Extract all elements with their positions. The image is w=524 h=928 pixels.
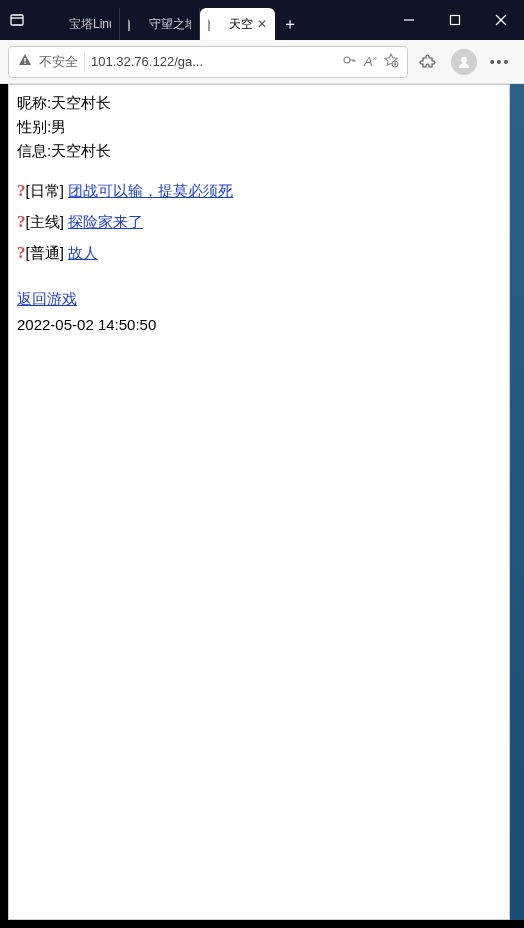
tab-baota[interactable]: 宝塔Linu	[40, 8, 120, 40]
url-text: 101.32.76.122/ga...	[91, 54, 336, 69]
gender-value: 男	[51, 118, 66, 135]
nickname-label: 昵称:	[17, 94, 51, 111]
warning-icon	[17, 52, 33, 71]
address-bar: 不安全 101.32.76.122/ga... A» •••	[0, 40, 524, 84]
quest-line-daily: ?[日常] 团战可以输，提莫必须死	[17, 177, 501, 204]
quest-category: [普通]	[26, 244, 64, 261]
url-box[interactable]: 不安全 101.32.76.122/ga... A»	[8, 46, 408, 78]
background-sidebar	[510, 84, 524, 920]
minimize-button[interactable]	[386, 4, 432, 36]
tab-tiankong[interactable]: 天空 ✕	[200, 8, 275, 40]
quest-link[interactable]: 故人	[68, 244, 98, 261]
document-icon	[128, 16, 144, 32]
close-window-button[interactable]	[478, 4, 524, 36]
window-controls	[386, 0, 524, 40]
svg-rect-6	[24, 58, 25, 62]
tab-title: 守望之地	[149, 16, 191, 33]
maximize-icon	[449, 14, 461, 26]
close-icon	[495, 14, 507, 26]
svg-rect-0	[11, 15, 23, 25]
info-line: 信息:天空村长	[17, 139, 501, 163]
tab-title: 宝塔Linu	[69, 16, 111, 33]
avatar-icon	[451, 49, 477, 75]
nickname-line: 昵称:天空村长	[17, 91, 501, 115]
document-icon	[208, 16, 224, 32]
quest-list: ?[日常] 团战可以输，提莫必须死 ?[主线] 探险家来了 ?[普通] 故人	[17, 177, 501, 267]
read-aloud-icon[interactable]: A»	[364, 54, 377, 69]
extensions-button[interactable]	[412, 46, 444, 78]
svg-point-15	[461, 57, 467, 63]
menu-button[interactable]: •••	[484, 46, 516, 78]
quest-category: [日常]	[26, 182, 64, 199]
quest-mark-icon: ?	[17, 181, 26, 200]
tab-actions-icon	[9, 12, 25, 28]
page-footer: 返回游戏 2022-05-02 14:50:50	[17, 287, 501, 337]
plus-icon: ＋	[282, 14, 298, 35]
tab-shouwang[interactable]: 守望之地	[120, 8, 200, 40]
key-icon[interactable]	[342, 52, 358, 71]
tab-title: 天空	[229, 16, 253, 33]
gender-line: 性别:男	[17, 115, 501, 139]
info-label: 信息:	[17, 142, 51, 159]
info-value: 天空村长	[51, 142, 111, 159]
svg-point-8	[344, 57, 350, 63]
separator	[84, 53, 85, 71]
window-titlebar: 宝塔Linu 守望之地 天空 ✕ ＋	[0, 0, 524, 40]
quest-link[interactable]: 团战可以输，提莫必须死	[68, 182, 233, 199]
new-tab-button[interactable]: ＋	[275, 8, 305, 40]
close-tab-button[interactable]: ✕	[257, 17, 267, 31]
timestamp: 2022-05-02 14:50:50	[17, 313, 501, 337]
shield-icon	[48, 16, 64, 32]
gender-label: 性别:	[17, 118, 51, 135]
svg-rect-3	[451, 16, 460, 25]
page-content: 昵称:天空村长 性别:男 信息:天空村长 ?[日常] 团战可以输，提莫必须死 ?…	[8, 84, 510, 920]
tab-actions-button[interactable]	[0, 0, 34, 40]
minimize-icon	[403, 14, 415, 26]
profile-button[interactable]	[448, 46, 480, 78]
svg-rect-7	[24, 63, 25, 64]
quest-link[interactable]: 探险家来了	[68, 213, 143, 230]
puzzle-icon	[419, 53, 437, 71]
return-game-link[interactable]: 返回游戏	[17, 290, 77, 307]
quest-line-main: ?[主线] 探险家来了	[17, 208, 501, 235]
more-icon: •••	[490, 54, 511, 70]
quest-category: [主线]	[26, 213, 64, 230]
maximize-button[interactable]	[432, 4, 478, 36]
favorite-icon[interactable]	[383, 52, 399, 71]
quest-mark-icon: ?	[17, 243, 26, 262]
quest-mark-icon: ?	[17, 212, 26, 231]
nickname-value: 天空村长	[51, 94, 111, 111]
tab-strip: 宝塔Linu 守望之地 天空 ✕ ＋	[34, 0, 386, 40]
quest-line-normal: ?[普通] 故人	[17, 239, 501, 266]
not-secure-label: 不安全	[39, 53, 78, 71]
